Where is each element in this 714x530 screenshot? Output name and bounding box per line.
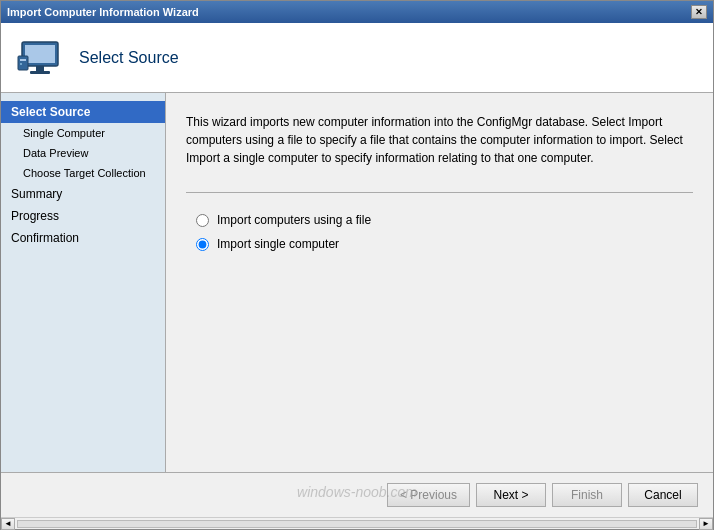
prev-button[interactable]: < Previous <box>387 483 470 507</box>
description-box: This wizard imports new computer informa… <box>186 108 693 172</box>
option-file[interactable]: Import computers using a file <box>196 213 683 227</box>
option-single[interactable]: Import single computer <box>196 237 683 251</box>
sidebar-item-single-computer[interactable]: Single Computer <box>1 123 165 143</box>
svg-point-6 <box>20 63 22 65</box>
options-area: Import computers using a file Import sin… <box>186 208 693 256</box>
radio-single[interactable] <box>196 238 209 251</box>
option-file-label: Import computers using a file <box>217 213 371 227</box>
header-title: Select Source <box>79 49 179 67</box>
svg-rect-5 <box>20 59 26 61</box>
scroll-right-btn[interactable]: ► <box>699 518 713 530</box>
title-bar-buttons: ✕ <box>691 5 707 19</box>
svg-rect-4 <box>18 56 28 70</box>
radio-file[interactable] <box>196 214 209 227</box>
scrollbar-track[interactable] <box>17 520 697 528</box>
sidebar: Select Source Single Computer Data Previ… <box>1 93 166 472</box>
main-content: This wizard imports new computer informa… <box>166 93 713 472</box>
title-bar-text: Import Computer Information Wizard <box>7 6 199 18</box>
svg-rect-1 <box>25 45 55 63</box>
scroll-left-btn[interactable]: ◄ <box>1 518 15 530</box>
finish-button[interactable]: Finish <box>552 483 622 507</box>
header: Select Source <box>1 23 713 93</box>
option-single-label: Import single computer <box>217 237 339 251</box>
sidebar-item-confirmation[interactable]: Confirmation <box>1 227 165 249</box>
svg-rect-3 <box>30 71 50 74</box>
cancel-button[interactable]: Cancel <box>628 483 698 507</box>
sidebar-item-summary[interactable]: Summary <box>1 183 165 205</box>
sidebar-item-data-preview[interactable]: Data Preview <box>1 143 165 163</box>
separator <box>186 192 693 193</box>
sidebar-item-choose-target[interactable]: Choose Target Collection <box>1 163 165 183</box>
content-area: Select Source Single Computer Data Previ… <box>1 93 713 472</box>
description-text: This wizard imports new computer informa… <box>186 113 693 167</box>
sidebar-item-select-source[interactable]: Select Source <box>1 101 165 123</box>
close-button[interactable]: ✕ <box>691 5 707 19</box>
footer: < Previous Next > Finish Cancel <box>1 472 713 517</box>
scrollbar-area: ◄ ► <box>1 517 713 529</box>
wizard-window: Import Computer Information Wizard ✕ Sel… <box>0 0 714 530</box>
sidebar-item-progress[interactable]: Progress <box>1 205 165 227</box>
next-button[interactable]: Next > <box>476 483 546 507</box>
wizard-icon <box>16 34 64 82</box>
title-bar: Import Computer Information Wizard ✕ <box>1 1 713 23</box>
